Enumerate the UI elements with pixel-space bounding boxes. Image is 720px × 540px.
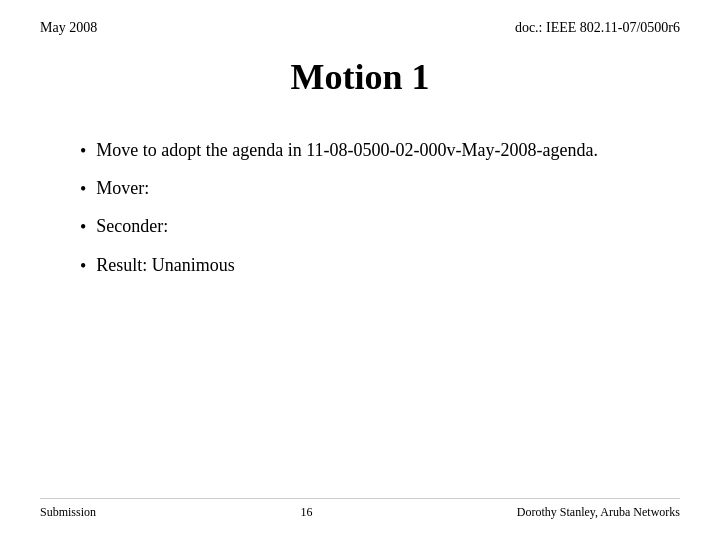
bullet-symbol: • bbox=[80, 254, 86, 279]
bullet-item: •Result: Unanimous bbox=[80, 253, 680, 279]
footer-page: 16 bbox=[300, 505, 312, 520]
title-section: Motion 1 bbox=[40, 56, 680, 98]
bullet-symbol: • bbox=[80, 215, 86, 240]
bullet-text-1: Mover: bbox=[96, 176, 149, 201]
footer-submission: Submission bbox=[40, 505, 96, 520]
header-date: May 2008 bbox=[40, 20, 97, 36]
bullet-text-2: Seconder: bbox=[96, 214, 168, 239]
bullet-text-0: Move to adopt the agenda in 11-08-0500-0… bbox=[96, 138, 598, 163]
bullet-symbol: • bbox=[80, 139, 86, 164]
slide-title: Motion 1 bbox=[40, 56, 680, 98]
footer: Submission 16 Dorothy Stanley, Aruba Net… bbox=[40, 498, 680, 520]
footer-author: Dorothy Stanley, Aruba Networks bbox=[517, 505, 680, 520]
bullet-item: •Mover: bbox=[80, 176, 680, 202]
bullet-text-3: Result: Unanimous bbox=[96, 253, 235, 278]
slide: May 2008 doc.: IEEE 802.11-07/0500r6 Mot… bbox=[0, 0, 720, 540]
bullet-symbol: • bbox=[80, 177, 86, 202]
bullet-item: •Move to adopt the agenda in 11-08-0500-… bbox=[80, 138, 680, 164]
header-doc: doc.: IEEE 802.11-07/0500r6 bbox=[515, 20, 680, 36]
content-area: •Move to adopt the agenda in 11-08-0500-… bbox=[40, 138, 680, 498]
bullet-item: •Seconder: bbox=[80, 214, 680, 240]
header: May 2008 doc.: IEEE 802.11-07/0500r6 bbox=[40, 20, 680, 36]
